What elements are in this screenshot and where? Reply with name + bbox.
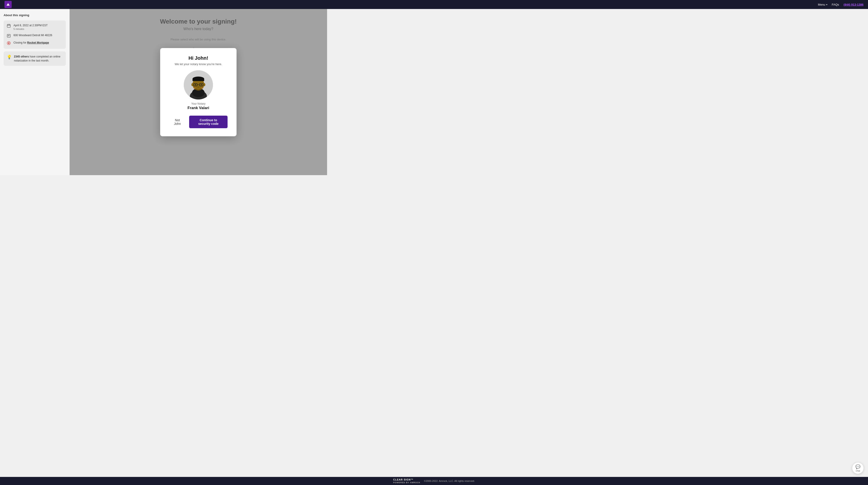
signing-lender-item: Closing for Rocket Mortgage [7,41,63,45]
notary-label: Your Notary [169,102,227,105]
not-john-button[interactable]: Not John [169,116,186,128]
svg-point-14 [203,83,205,86]
modal-title: Hi John! [169,55,227,61]
calendar-icon [7,24,11,28]
svg-point-3 [8,42,9,44]
rocket-icon [7,41,11,45]
app-header: Menu ▾ FAQs (844) 913-1386 [0,0,327,9]
svg-point-25 [195,84,196,85]
app-logo [4,1,12,8]
signing-info-card: April 8, 2022 at 2:30PM EST 5 minutes 60… [4,21,66,49]
sidebar: About this signing April 8, 2022 at 2:30… [0,9,70,175]
main-layout: About this signing April 8, 2022 at 2:30… [0,9,327,175]
svg-point-13 [191,83,194,86]
signing-duration: 5 minutes [13,27,48,31]
svg-point-26 [201,84,202,85]
modal-backdrop: Hi John! We let your notary know you're … [70,9,327,175]
tip-icon: 💡 [7,55,12,60]
svg-point-24 [201,87,204,89]
svg-point-22 [197,87,199,88]
tip-card: 💡 2345 others have completed an online n… [4,52,66,66]
svg-rect-16 [192,79,204,81]
signing-date-item: April 8, 2022 at 2:30PM EST 5 minutes [7,24,63,31]
modal-subtitle: We let your notary know you're here. [169,62,227,66]
notary-name: Frank Valari [169,106,227,110]
signing-date: April 8, 2022 at 2:30PM EST [13,24,48,27]
svg-point-23 [193,87,196,89]
tip-text: 2345 others have completed an online not… [14,55,63,63]
signing-location-item: 600 Woodward Detroit MI 48226 [7,33,63,38]
modal-actions: Not John Continue to security code [169,116,227,128]
signing-address: 600 Woodward Detroit MI 48226 [13,33,52,37]
page-area: Welcome to your signing! Who's here toda… [70,9,327,175]
location-icon [7,34,11,38]
rocket-mortgage-link[interactable]: Rocket Mortgage [27,41,49,44]
greeting-modal: Hi John! We let your notary know you're … [160,48,237,136]
sidebar-title: About this signing [4,13,66,17]
notary-avatar [184,70,213,99]
continue-security-button[interactable]: Continue to security code [189,116,227,128]
svg-rect-0 [7,25,10,27]
